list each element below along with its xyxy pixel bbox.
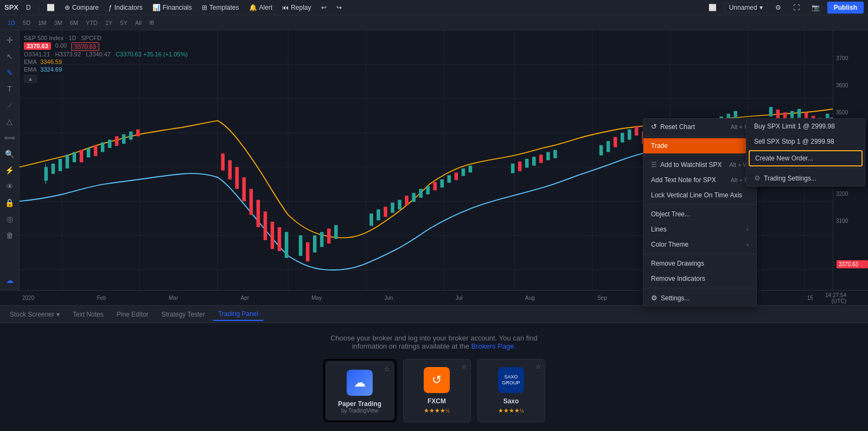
replay-button[interactable]: ⏮ Replay [278, 1, 315, 14]
tab-trading-panel[interactable]: Trading Panel [213, 308, 264, 321]
broker-card-paper-trading[interactable]: ☆ ☁ Paper Trading by TradingView [326, 362, 394, 420]
svg-rect-61 [455, 172, 458, 180]
time-label-15: 15 [807, 295, 813, 301]
broker-card-saxo[interactable]: ☆ SAXOGROUP Saxo ★★★★½ [477, 359, 545, 422]
svg-rect-71 [599, 145, 603, 156]
publish-button[interactable]: Publish [827, 2, 864, 14]
svg-rect-41 [278, 227, 282, 251]
alert-icon: 🔔 [249, 4, 257, 11]
svg-rect-64 [511, 164, 515, 173]
tf-5y[interactable]: 5Y [117, 18, 130, 27]
undo-button[interactable]: ↩ [317, 1, 331, 14]
templates-button[interactable]: ⊞ Templates [197, 1, 244, 14]
cloud-tool[interactable]: ☁ [2, 273, 17, 288]
tab-stock-screener-label: Stock Screener [10, 311, 54, 318]
text-tool[interactable]: T [2, 81, 17, 97]
svg-rect-55 [412, 193, 416, 202]
price-input: 3370.63 [71, 42, 99, 51]
trade-create-new-order[interactable]: Create New Order... [749, 150, 863, 166]
crosshair-tool[interactable]: ✛ [2, 33, 17, 48]
svg-rect-36 [242, 177, 246, 201]
lock-tool[interactable]: 🔒 [2, 195, 17, 210]
tab-pine-editor[interactable]: Pine Editor [111, 308, 154, 320]
settings-gear-button[interactable]: ⚙ [771, 1, 786, 14]
saxo-favorite-icon[interactable]: ☆ [535, 363, 541, 370]
tf-1y[interactable]: 1Y [102, 18, 116, 27]
trade-trading-settings[interactable]: ⚙ Trading Settings... [746, 170, 865, 186]
redo-button[interactable]: ↪ [332, 1, 346, 14]
chart-collapse-btn[interactable]: ▲ [24, 75, 188, 83]
magnet-tool[interactable]: ⚡ [2, 163, 17, 178]
trade-sell-stop[interactable]: Sell SPX Stop 1 @ 2999.98 [746, 134, 865, 149]
svg-rect-74 [621, 133, 624, 143]
paper-trading-favorite-icon[interactable]: ☆ [384, 365, 390, 373]
broker-cards: ☆ ☁ Paper Trading by TradingView ☆ ↺ FXC… [323, 359, 545, 422]
draw-tool[interactable]: ✎ [2, 65, 17, 80]
alert-button[interactable]: 🔔 Alert [245, 1, 277, 14]
bar-type-button[interactable]: ⬜ [42, 1, 59, 14]
tf-1d[interactable]: 1D [4, 18, 18, 27]
trade-buy-limit[interactable]: Buy SPX Limit 1 @ 2999.98 [746, 119, 865, 134]
path-tool[interactable]: ⟋ [2, 98, 17, 113]
financials-button[interactable]: 📊 Financials [148, 1, 196, 14]
tf-compare-layout[interactable]: ⊞ [146, 18, 157, 27]
ctx-lock-vertical[interactable]: Lock Vertical Line On Time Axis [643, 188, 756, 203]
tab-stock-screener[interactable]: Stock Screener ▾ [4, 308, 65, 320]
svg-rect-49 [369, 214, 373, 226]
snapshot-button[interactable]: 📷 [807, 1, 824, 14]
svg-rect-73 [614, 137, 617, 147]
tab-strategy-tester[interactable]: Strategy Tester [156, 308, 210, 320]
preview-tool[interactable]: ◎ [2, 211, 17, 227]
shape-tool[interactable]: △ [2, 114, 17, 129]
chart-title: S&P 500 Index · 1D · SPCFD [24, 35, 188, 41]
svg-text:3200: 3200 [836, 191, 848, 197]
ctx-add-watchlist[interactable]: ☰ Add to Watchlist SPX Alt + W [643, 157, 756, 172]
chevron-down-icon: ▾ [760, 4, 763, 11]
tf-all[interactable]: All [132, 18, 145, 27]
ctx-lines[interactable]: Lines › [643, 222, 756, 237]
tf-1m[interactable]: 1M [35, 18, 49, 27]
compare-button[interactable]: ⊕ Compare [60, 1, 103, 14]
svg-rect-33 [221, 153, 225, 171]
interval-label: D [26, 4, 31, 11]
ctx-remove-indicators[interactable]: Remove Indicators [643, 271, 756, 286]
settings-icon: ⚙ [651, 294, 658, 302]
tf-5d[interactable]: 5D [20, 18, 34, 27]
ctx-settings[interactable]: ⚙ Settings... [643, 290, 756, 306]
broker-text: Choose your broker and log into your bro… [330, 334, 538, 350]
ctx-add-text-note[interactable]: Add Text Note for SPX Alt + N [643, 172, 756, 188]
broker-card-fxcm[interactable]: ☆ ↺ FXCM ★★★★½ [403, 359, 471, 422]
fullscreen-button[interactable]: ⛶ [789, 1, 804, 14]
zoom-tool[interactable]: 🔍 [2, 146, 17, 162]
ohlc-values: O3341.21 H3373.92 L3340.47 C3370.63 +35.… [24, 51, 188, 57]
indicators-button[interactable]: ƒ Indicators [104, 1, 147, 14]
bottom-panel: Stock Screener ▾ Text Notes Pine Editor … [0, 305, 868, 431]
timestamp-label: 14:27:54 (UTC) [813, 292, 848, 304]
brokers-page-link[interactable]: Brokers Page. [471, 342, 516, 350]
tf-3m[interactable]: 3M [50, 18, 65, 27]
compare-icon: ⊕ [65, 4, 70, 11]
ctx-trade[interactable]: Trade › [643, 138, 756, 153]
interval-button[interactable]: D [22, 1, 35, 14]
fxcm-favorite-icon[interactable]: ☆ [461, 363, 467, 370]
watchlist-icon: ☰ [651, 161, 657, 169]
ctx-object-tree[interactable]: Object Tree... [643, 207, 756, 222]
tf-ytd[interactable]: YTD [82, 18, 101, 27]
layout-button[interactable]: ⬜ [704, 1, 721, 14]
trash-tool[interactable]: 🗑 [2, 228, 17, 243]
pointer-tool[interactable]: ↖ [2, 49, 17, 64]
svg-rect-40 [271, 222, 275, 249]
tab-trading-panel-label: Trading Panel [218, 310, 258, 318]
ctx-reset-chart[interactable]: ↺ Reset Chart Alt + R [643, 119, 756, 134]
unnamed-button[interactable]: Unnamed ▾ [724, 2, 768, 13]
svg-rect-28 [108, 140, 112, 148]
tab-text-notes[interactable]: Text Notes [67, 308, 109, 320]
color-theme-arrow-icon: › [746, 241, 749, 248]
ctx-color-theme[interactable]: Color Theme › [643, 237, 756, 252]
tf-6m[interactable]: 6M [67, 18, 81, 27]
measure-tool[interactable]: ⟺ [2, 130, 17, 145]
ctx-remove-drawings[interactable]: Remove Drawings [643, 256, 756, 271]
paper-trading-sub: by TradingView [341, 408, 378, 414]
svg-rect-32 [136, 130, 140, 137]
eye-tool[interactable]: 👁 [2, 179, 17, 194]
